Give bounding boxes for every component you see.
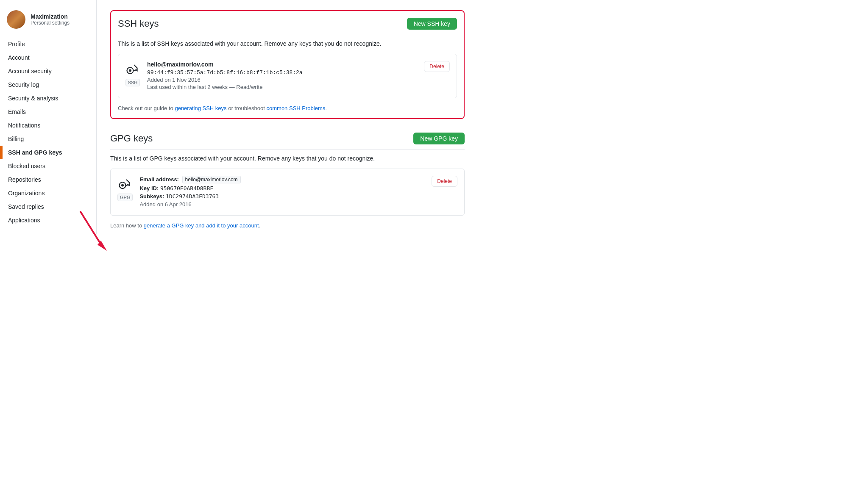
gpg-key-added: Added on 6 Apr 2016 (139, 201, 425, 208)
ssh-keys-section: SSH keys New SSH key This is a list of S… (110, 10, 465, 119)
ssh-key-icon-container: SSH (125, 61, 140, 86)
gpg-key-id-row: Key ID: 950670E0AB4D8BBF (139, 185, 425, 191)
common-ssh-problems-link[interactable]: common SSH Problems (267, 105, 326, 111)
generate-gpg-key-link[interactable]: generate a GPG key and add it to your ac… (144, 222, 259, 229)
ssh-section-title: SSH keys (118, 18, 159, 29)
svg-point-5 (121, 184, 124, 187)
svg-point-3 (129, 69, 131, 72)
gpg-email-row: Email address: hello@maximorlov.com (139, 176, 425, 183)
gpg-section-footer: Learn how to generate a GPG key and add … (110, 222, 465, 229)
gpg-delete-button[interactable]: Delete (432, 176, 457, 187)
sidebar-item-profile[interactable]: Profile (0, 37, 96, 51)
ssh-key-last-used: Last used within the last 2 weeks — Read… (147, 84, 417, 90)
gpg-key-card: GPG Email address: hello@maximorlov.com … (110, 169, 465, 216)
gpg-section-header: GPG keys New GPG key (110, 133, 465, 150)
gpg-subkeys-label: Subkeys: (139, 193, 164, 199)
generating-ssh-keys-link[interactable]: generating SSH keys (175, 105, 226, 111)
user-subtitle: Personal settings (31, 20, 70, 26)
sidebar-item-account-security[interactable]: Account security (0, 64, 96, 78)
ssh-section-footer: Check out our guide to generating SSH ke… (118, 105, 457, 111)
gpg-subkeys-row: Subkeys: 1DC2974DA3ED3763 (139, 193, 425, 199)
avatar-image (7, 10, 25, 29)
new-ssh-key-button[interactable]: New SSH key (407, 18, 457, 30)
main-content: SSH keys New SSH key This is a list of S… (97, 0, 478, 504)
gpg-subkeys-value: 1DC2974DA3ED3763 (166, 193, 219, 199)
ssh-delete-button[interactable]: Delete (424, 61, 450, 72)
sidebar-item-notifications[interactable]: Notifications (0, 119, 96, 132)
new-gpg-key-button[interactable]: New GPG key (413, 133, 465, 144)
ssh-badge: SSH (125, 79, 140, 86)
username: Maximization (31, 13, 70, 20)
ssh-key-card: SSH hello@maximorlov.com 99:44:f9:35:57:… (118, 54, 457, 98)
gpg-key-icon (117, 176, 133, 191)
user-profile-header: Maximization Personal settings (0, 7, 96, 37)
ssh-key-fingerprint: 99:44:f9:35:57:5a:7d:b5:8f:16:b8:f7:1b:c… (147, 69, 417, 76)
sidebar-item-organizations[interactable]: Organizations (0, 186, 96, 200)
sidebar-item-applications[interactable]: Applications (0, 213, 96, 227)
ssh-key-actions: Delete (424, 61, 450, 72)
gpg-email-label: Email address: (139, 176, 179, 183)
ssh-section-description: This is a list of SSH keys associated wi… (118, 40, 457, 47)
sidebar-item-security-log[interactable]: Security log (0, 78, 96, 91)
key-icon (125, 61, 140, 76)
ssh-section-header: SSH keys New SSH key (118, 18, 457, 35)
ssh-key-added: Added on 1 Nov 2016 (147, 77, 417, 83)
gpg-badge: GPG (117, 194, 133, 201)
sidebar-item-ssh-gpg-keys[interactable]: SSH and GPG keys (0, 146, 96, 159)
ssh-key-details: hello@maximorlov.com 99:44:f9:35:57:5a:7… (147, 61, 417, 91)
sidebar-item-blocked-users[interactable]: Blocked users (0, 159, 96, 173)
sidebar: Maximization Personal settings Profile A… (0, 0, 97, 234)
gpg-key-icon-container: GPG (117, 176, 133, 201)
sidebar-item-account[interactable]: Account (0, 51, 96, 64)
user-info: Maximization Personal settings (31, 13, 70, 26)
sidebar-item-billing[interactable]: Billing (0, 132, 96, 146)
gpg-section-description: This is a list of GPG keys associated wi… (110, 155, 465, 162)
gpg-email-value: hello@maximorlov.com (182, 176, 241, 183)
avatar (7, 10, 25, 29)
gpg-key-details: Email address: hello@maximorlov.com Key … (139, 176, 425, 208)
sidebar-item-emails[interactable]: Emails (0, 105, 96, 119)
sidebar-item-repositories[interactable]: Repositories (0, 173, 96, 186)
ssh-key-email: hello@maximorlov.com (147, 61, 417, 68)
gpg-key-id-value: 950670E0AB4D8BBF (160, 185, 213, 191)
gpg-section-title: GPG keys (110, 133, 153, 144)
gpg-key-id-label: Key ID: (139, 185, 159, 191)
sidebar-item-security-analysis[interactable]: Security & analysis (0, 91, 96, 105)
sidebar-item-saved-replies[interactable]: Saved replies (0, 200, 96, 213)
gpg-key-actions: Delete (432, 176, 457, 187)
gpg-keys-section: GPG keys New GPG key This is a list of G… (110, 133, 465, 229)
